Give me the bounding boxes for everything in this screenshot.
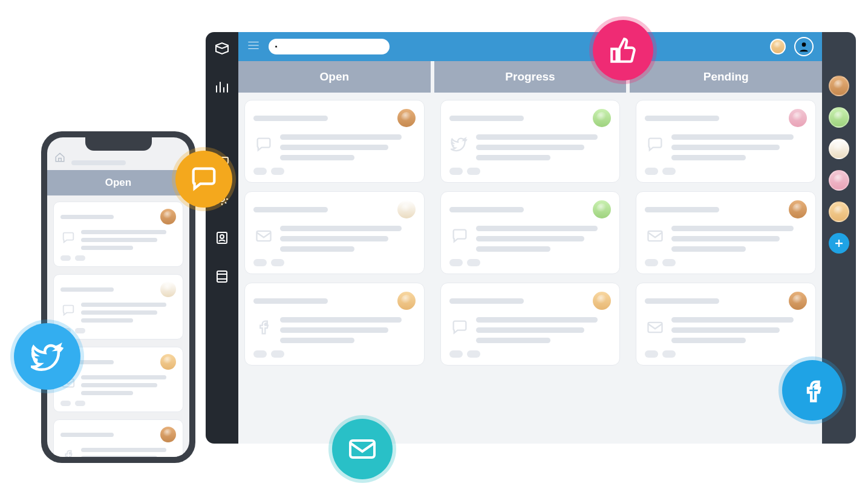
profile-menu-button[interactable] — [794, 37, 814, 56]
mobile-column-header[interactable]: Open — [47, 170, 189, 195]
contacts-icon[interactable] — [214, 229, 230, 246]
analytics-icon[interactable] — [214, 79, 230, 96]
assignee-avatar[interactable] — [160, 281, 176, 297]
mobile-cards — [47, 195, 189, 457]
card-tags — [449, 350, 612, 358]
ticket-card[interactable] — [636, 100, 816, 183]
assignee-avatar[interactable] — [593, 109, 611, 127]
current-user-avatar[interactable] — [770, 39, 786, 54]
facebook-icon — [253, 317, 274, 338]
column-header-open[interactable]: Open — [238, 61, 434, 93]
email-badge — [332, 419, 393, 479]
ticket-card[interactable] — [53, 202, 183, 267]
card-title — [645, 207, 719, 212]
ticket-card[interactable] — [244, 191, 425, 274]
card-tags — [645, 350, 807, 358]
search-input[interactable] — [269, 39, 390, 54]
card-title — [253, 207, 328, 212]
assignee-avatar[interactable] — [789, 109, 807, 127]
assignee-avatar[interactable] — [397, 109, 416, 127]
team-member-avatar[interactable] — [829, 202, 849, 222]
card-title — [60, 287, 114, 292]
like-badge — [593, 20, 653, 80]
twitter-badge — [14, 323, 80, 390]
card-preview — [81, 375, 176, 395]
column-header-pending[interactable]: Pending — [630, 61, 822, 93]
sidebar-nav — [206, 32, 238, 444]
team-member-avatar[interactable] — [829, 170, 849, 191]
card-preview — [81, 448, 176, 457]
kanban-headers: Open Progress Pending — [238, 61, 822, 93]
inbox-icon[interactable] — [214, 41, 230, 57]
ticket-card[interactable] — [244, 100, 425, 183]
ticket-card[interactable] — [244, 283, 425, 366]
column-open — [238, 100, 431, 436]
phone-notch — [85, 137, 152, 151]
chat-icon — [449, 226, 470, 246]
assignee-avatar[interactable] — [593, 292, 611, 310]
card-title — [449, 116, 524, 121]
card-title — [60, 215, 114, 219]
chat-icon — [645, 134, 665, 155]
assignee-avatar[interactable] — [160, 209, 176, 225]
card-title — [449, 207, 524, 212]
menu-button[interactable] — [247, 39, 260, 54]
chat-badge — [175, 151, 232, 208]
ticket-card[interactable] — [53, 419, 183, 457]
card-preview — [671, 226, 807, 252]
add-user-button[interactable] — [829, 233, 849, 254]
card-tags — [60, 401, 176, 406]
card-preview — [671, 317, 807, 343]
home-icon[interactable] — [54, 152, 65, 165]
card-preview — [476, 317, 612, 343]
mobile-title-placeholder — [71, 160, 126, 165]
ticket-card[interactable] — [636, 191, 816, 274]
card-title — [253, 116, 328, 121]
card-preview — [476, 226, 612, 252]
topbar — [238, 32, 822, 61]
team-member-avatar[interactable] — [829, 107, 849, 128]
ticket-card[interactable] — [440, 100, 621, 183]
assignee-avatar[interactable] — [789, 292, 807, 310]
assignee-avatar[interactable] — [397, 200, 416, 218]
assignee-avatar[interactable] — [593, 200, 611, 218]
assignee-avatar[interactable] — [160, 427, 176, 442]
column-progress — [434, 100, 627, 436]
card-preview — [476, 134, 612, 160]
chat-icon — [60, 230, 76, 246]
twitter-icon — [449, 134, 470, 155]
card-title — [645, 298, 719, 304]
card-tags — [253, 168, 416, 175]
card-preview — [671, 134, 807, 160]
search-field[interactable] — [282, 42, 383, 51]
mobile-screen: Open — [47, 137, 189, 457]
card-tags — [645, 259, 807, 266]
ticket-card[interactable] — [440, 191, 621, 274]
card-title — [449, 298, 524, 304]
card-title — [253, 298, 328, 304]
assignee-avatar[interactable] — [789, 200, 807, 218]
chat-icon — [60, 303, 76, 318]
team-member-avatar[interactable] — [829, 139, 849, 159]
card-title — [645, 116, 719, 121]
assignee-avatar[interactable] — [160, 354, 176, 370]
card-tags — [645, 168, 807, 175]
card-tags — [449, 168, 612, 175]
ticket-card[interactable] — [53, 274, 183, 339]
card-preview — [81, 303, 176, 323]
docs-icon[interactable] — [214, 268, 230, 285]
facebook-icon — [60, 448, 76, 457]
team-member-avatar[interactable] — [829, 76, 849, 96]
ticket-card[interactable] — [636, 283, 816, 366]
chat-icon — [253, 134, 274, 155]
assignee-avatar[interactable] — [397, 292, 416, 310]
card-tags — [253, 350, 416, 358]
email-icon — [645, 317, 665, 338]
card-tags — [60, 328, 176, 333]
card-preview — [81, 230, 176, 250]
card-tags — [449, 259, 612, 266]
card-preview — [280, 134, 416, 160]
card-tags — [253, 259, 416, 266]
desktop-app: Open Progress Pending — [206, 32, 856, 444]
ticket-card[interactable] — [440, 283, 621, 366]
